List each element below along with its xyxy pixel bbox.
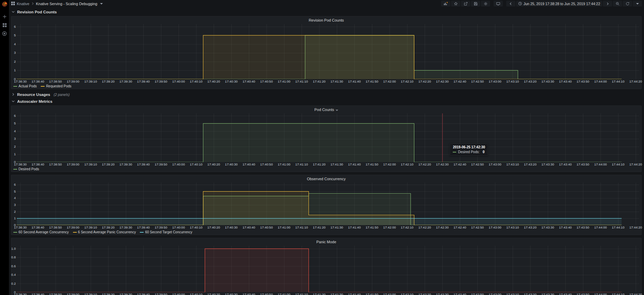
x-tick-label: 17:42:30 xyxy=(436,293,449,295)
x-axis: 17:38:3017:38:4017:38:5017:39:0017:39:10… xyxy=(17,79,639,84)
panel-title-pod-counts[interactable]: Pod Counts xyxy=(11,106,641,113)
x-tick-label: 17:43:50 xyxy=(576,225,589,229)
legend-item[interactable]: 6 Second Average Panic Concurrency xyxy=(73,230,136,234)
x-tick-label: 17:42:40 xyxy=(453,225,466,229)
legend-series-dash-icon xyxy=(13,86,17,87)
x-tick-label: 17:39:00 xyxy=(67,293,80,295)
chart-plot-area[interactable] xyxy=(17,246,639,292)
settings-button[interactable] xyxy=(481,1,490,7)
x-tick-label: 17:41:00 xyxy=(278,79,290,83)
dashboard-title[interactable]: Knative Serving - Scaling Debugging xyxy=(36,2,97,6)
x-tick-label: 17:41:00 xyxy=(278,293,290,295)
legend-item[interactable]: Requested Pods xyxy=(41,84,71,88)
zoom-out-button[interactable] xyxy=(613,1,622,7)
breadcrumb-folder[interactable]: Knative xyxy=(17,2,29,6)
x-tick-label: 17:39:40 xyxy=(137,162,150,166)
x-tick-label: 17:42:30 xyxy=(436,79,449,83)
y-tick-label: 1 xyxy=(14,69,16,72)
time-picker-button[interactable]: Jun 25, 2019 17:38:28 to Jun 25, 2019 17… xyxy=(516,1,602,7)
legend-series-label: 6 Second Average Panic Concurrency xyxy=(78,230,136,234)
y-axis: 0123456 xyxy=(11,113,17,162)
x-tick-label: 17:44:10 xyxy=(612,225,624,229)
x-tick-label: 17:40:00 xyxy=(172,293,185,295)
x-tick-label: 17:40:00 xyxy=(172,79,185,83)
refresh-interval-caret-icon[interactable] xyxy=(633,1,642,7)
x-tick-label: 17:43:50 xyxy=(576,162,589,166)
x-tick-label: 17:39:30 xyxy=(120,225,132,229)
x-tick-label: 17:42:50 xyxy=(471,225,484,229)
legend: 60 Second Average Concurrency6 Second Av… xyxy=(11,230,641,235)
x-tick-label: 17:42:20 xyxy=(418,162,431,166)
x-tick-label: 17:41:10 xyxy=(295,162,308,166)
navbar-actions: Jun 25, 2019 17:38:28 to Jun 25, 2019 17… xyxy=(441,1,642,7)
refresh-button[interactable] xyxy=(623,1,632,7)
x-tick-label: 17:42:00 xyxy=(383,225,396,229)
tooltip-series-label: Desired Pods: xyxy=(458,150,479,154)
x-tick-label: 17:40:50 xyxy=(260,293,273,295)
x-tick-label: 17:43:20 xyxy=(524,225,536,229)
panel-title-text: Revision Pod Counts xyxy=(309,18,344,22)
x-tick-label: 17:43:10 xyxy=(506,225,519,229)
legend: Desired Pods xyxy=(11,167,641,172)
x-tick-label: 17:43:30 xyxy=(542,225,554,229)
x-tick-label: 17:41:10 xyxy=(295,225,308,229)
time-forward-button[interactable] xyxy=(603,1,612,7)
x-tick-label: 17:39:10 xyxy=(84,162,97,166)
x-tick-label: 17:38:30 xyxy=(14,162,27,166)
create-plus-icon[interactable] xyxy=(2,14,7,19)
legend-item[interactable]: 60 Second Average Concurrency xyxy=(13,230,69,234)
panel-title-panic-mode[interactable]: Panic Mode xyxy=(11,238,641,246)
x-tick-label: 17:40:10 xyxy=(190,293,203,295)
add-panel-button[interactable] xyxy=(441,1,450,7)
x-tick-label: 17:44:00 xyxy=(594,162,607,166)
dashboards-icon[interactable] xyxy=(2,22,7,28)
panel-menu-caret-icon[interactable] xyxy=(336,110,338,111)
x-tick-label: 17:43:00 xyxy=(489,162,501,166)
x-tick-label: 17:41:20 xyxy=(313,293,326,295)
legend-series-label: 60 Second Target Concurrency xyxy=(145,230,192,234)
x-tick-label: 17:41:10 xyxy=(295,79,308,83)
share-dashboard-button[interactable] xyxy=(461,1,470,7)
explore-icon[interactable] xyxy=(2,31,7,36)
legend-series-dash-icon xyxy=(41,86,45,87)
x-tick-label: 17:39:30 xyxy=(120,293,132,295)
star-dashboard-button[interactable] xyxy=(451,1,460,7)
x-tick-label: 17:39:10 xyxy=(84,79,97,83)
sidebar xyxy=(0,0,9,295)
x-axis: 17:38:3017:38:4017:38:5017:39:0017:39:10… xyxy=(17,292,639,295)
legend-item[interactable]: Actual Pods xyxy=(13,84,37,88)
x-tick-label: 17:39:20 xyxy=(102,293,114,295)
save-dashboard-button[interactable] xyxy=(471,1,480,7)
section-label: Resource Usages xyxy=(17,93,50,97)
chart-plot-area[interactable] xyxy=(17,24,639,79)
section-revision-pod-counts[interactable]: Revision Pod Counts xyxy=(11,9,642,15)
y-axis: 0123456 xyxy=(11,183,17,225)
x-tick-label: 17:42:20 xyxy=(418,225,431,229)
panel-pod-counts: Pod Counts 0123456 2019-06-25 17:42:30 D… xyxy=(11,106,642,172)
chart-plot-area[interactable] xyxy=(17,183,639,225)
y-tick-label: 0.8 xyxy=(11,256,16,259)
y-tick-label: 3 xyxy=(14,203,16,207)
dashboard-title-caret-icon[interactable] xyxy=(100,3,103,4)
legend-item[interactable]: Desired Pods xyxy=(13,167,39,171)
panel-title-observed-concurrency[interactable]: Observed Concurrency xyxy=(11,175,641,183)
section-autoscaler-metrics[interactable]: Autoscaler Metrics xyxy=(11,99,642,104)
section-resource-usages[interactable]: Resource Usages (2 panels) xyxy=(11,92,642,97)
panel-revision-pod-counts: Revision Pod Counts 0123456 17:38:3017:3… xyxy=(11,16,642,89)
cycle-view-mode-button[interactable] xyxy=(494,1,503,7)
grafana-logo-icon[interactable] xyxy=(1,1,8,8)
x-tick-label: 17:42:20 xyxy=(418,79,431,83)
chart-plot-area[interactable]: 2019-06-25 17:42:30 Desired Pods: 0 xyxy=(17,113,639,162)
x-tick-label: 17:42:40 xyxy=(453,162,466,166)
x-tick-label: 17:38:50 xyxy=(49,225,62,229)
panel-title-revision-pod-counts[interactable]: Revision Pod Counts xyxy=(11,16,641,24)
x-tick-label: 17:39:40 xyxy=(137,225,150,229)
time-back-button[interactable] xyxy=(506,1,515,7)
y-tick-label: 2 xyxy=(14,145,16,148)
legend-series-dash-icon xyxy=(13,232,17,233)
x-tick-label: 17:39:10 xyxy=(84,293,97,295)
x-tick-label: 17:41:20 xyxy=(313,225,326,229)
dashboard-grid-icon xyxy=(11,1,15,6)
x-tick-label: 17:42:20 xyxy=(418,293,431,295)
legend-item[interactable]: 60 Second Target Concurrency xyxy=(140,230,192,234)
